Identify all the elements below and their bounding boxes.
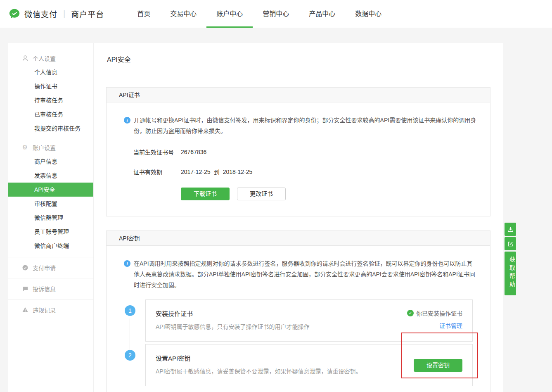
download-icon — [507, 226, 514, 233]
step1-card: 安装操作证书 API密钥属于敏感信息，只有安装了操作证书的用户才能操作 ✓ 你已… — [145, 299, 473, 342]
content-panel: API安全 API证书 i 开通帐号和更换API证书时，由微信支付签发，用来标识… — [94, 43, 503, 392]
sidebar-item-operation-cert[interactable]: 操作证书 — [8, 79, 93, 93]
sidebar-group-label: 个人设置 — [33, 54, 56, 62]
sidebar-group-complaint[interactable]: 投诉信息 — [8, 278, 93, 299]
step-set-api-key: 2 设置API密钥 API密钥属于敏感信息，请妥善保管不要泄露，如果怀疑信息泄露… — [119, 344, 478, 386]
top-nav: 首页 交易中心 账户中心 营销中心 产品中心 数据中心 — [127, 0, 391, 28]
sidebar-group-account: ⚙ 账户设置 商户信息 发票信息 API安全 审核配置 微信群管理 员工账号管理… — [8, 140, 93, 253]
brand-separator: | — [63, 9, 65, 19]
info-icon: i — [124, 117, 130, 124]
sidebar-group-label: 账户设置 — [33, 143, 56, 152]
cert-validity-end: 2018-12-25 — [223, 169, 253, 175]
cert-validity-label: 证书有效期 — [133, 168, 181, 176]
sidebar-group-label: 支付申请 — [33, 264, 56, 272]
step2-action-area: 设置密钥 — [414, 354, 462, 377]
cert-validity-start: 2017-12-25 — [181, 169, 211, 175]
nav-account-center[interactable]: 账户中心 — [206, 0, 253, 28]
check-icon: ✓ — [407, 310, 414, 316]
sidebar-group-payment-title[interactable]: 支付申请 — [8, 261, 93, 275]
step2-card: 设置API密钥 API密钥属于敏感信息，请妥善保管不要泄露，如果怀疑信息泄露，请… — [145, 344, 473, 386]
nav-home[interactable]: 首页 — [127, 0, 160, 28]
sidebar-group-violation-title[interactable]: 违规记录 — [8, 303, 93, 317]
brand[interactable]: 微信支付 | 商户平台 — [8, 0, 104, 28]
sidebar-item-invoice-info[interactable]: 发票信息 — [8, 169, 93, 183]
brand-name: 微信支付 — [24, 8, 57, 19]
step1-number-badge: 1 — [125, 305, 135, 316]
sidebar-group-personal: 个人设置 个人信息 操作证书 待审核任务 已审核任务 我提交的审核任务 — [8, 51, 93, 135]
feedback-float-button[interactable] — [505, 237, 516, 250]
sidebar: 个人设置 个人信息 操作证书 待审核任务 已审核任务 我提交的审核任务 ⚙ 账户… — [8, 43, 94, 392]
sidebar-item-wechat-group-mgmt[interactable]: 微信群管理 — [8, 211, 93, 225]
edit-icon — [507, 241, 514, 247]
main-layout: 个人设置 个人信息 操作证书 待审核任务 已审核任务 我提交的审核任务 ⚙ 账户… — [0, 28, 552, 392]
step1-marker-col: 1 — [125, 299, 135, 342]
sidebar-item-review-config[interactable]: 审核配置 — [8, 197, 93, 211]
get-help-button[interactable]: 获取帮助 — [505, 252, 516, 295]
step1-main: 安装操作证书 API密钥属于敏感信息，只有安装了操作证书的用户才能操作 — [156, 309, 310, 332]
step2-number-badge: 2 — [125, 350, 135, 361]
gear-icon: ⚙ — [21, 144, 28, 151]
step1-title: 安装操作证书 — [156, 309, 310, 318]
sidebar-item-my-submitted-tasks[interactable]: 我提交的审核任务 — [8, 121, 93, 135]
cert-buttons-row: 下载证书 更改证书 — [119, 188, 478, 200]
sidebar-group-violation[interactable]: 违规记录 — [8, 299, 93, 320]
sidebar-item-reviewed-tasks[interactable]: 已审核任务 — [8, 107, 93, 121]
sidebar-item-wechat-merchant-terminal[interactable]: 微信商户终端 — [8, 239, 93, 253]
cert-info-row: i 开通帐号和更换API证书时，由微信支付签发，用来标识和界定你的身份；部分安全… — [119, 115, 478, 136]
set-api-key-button[interactable]: 设置密钥 — [414, 359, 462, 372]
nav-transaction-center[interactable]: 交易中心 — [160, 0, 206, 28]
api-key-section: API密钥 i 在API调用时用来按照指定规则对你的请求参数进行签名，服务器收到… — [106, 230, 490, 392]
sidebar-group-personal-title: 个人设置 — [8, 51, 93, 65]
speech-bubble-icon — [21, 285, 28, 292]
cert-validity-row: 证书有效期 2017-12-25 到 2018-12-25 — [119, 168, 478, 176]
sidebar-item-merchant-info[interactable]: 商户信息 — [8, 154, 93, 169]
floating-helper-bar: 获取帮助 — [505, 223, 516, 295]
nav-product-center[interactable]: 产品中心 — [299, 0, 345, 28]
sidebar-group-label: 违规记录 — [33, 306, 56, 314]
sidebar-group-complaint-title[interactable]: 投诉信息 — [8, 282, 93, 296]
apikey-steps: 1 安装操作证书 API密钥属于敏感信息，只有安装了操作证书的用户才能操作 ✓ — [119, 299, 478, 386]
api-key-section-header: API密钥 — [107, 231, 490, 246]
api-key-section-body: i 在API调用时用来按照指定规则对你的请求参数进行签名，服务器收到你的请求时会… — [107, 246, 490, 392]
step-install-cert: 1 安装操作证书 API密钥属于敏感信息，只有安装了操作证书的用户才能操作 ✓ — [119, 299, 478, 342]
cert-info-text: 开通帐号和更换API证书时，由微信支付签发，用来标识和界定你的身份；部分安全性要… — [134, 115, 478, 136]
apikey-info-row: i 在API调用时用来按照指定规则对你的请求参数进行签名，服务器收到你的请求时会… — [119, 258, 478, 290]
cert-number-row: 当前生效证书号 26767836 — [119, 148, 478, 156]
step2-desc: API密钥属于敏感信息，请妥善保管不要泄露，如果怀疑信息泄露，请重设密钥。 — [156, 367, 362, 375]
payment-icon — [21, 264, 28, 271]
step1-desc: API密钥属于敏感信息，只有安装了操作证书的用户才能操作 — [156, 322, 310, 330]
change-cert-button[interactable]: 更改证书 — [237, 188, 286, 200]
sidebar-item-api-security[interactable]: API安全 — [8, 183, 93, 197]
sidebar-item-staff-account-mgmt[interactable]: 员工账号管理 — [8, 225, 93, 239]
page-title-bar: API安全 — [94, 43, 503, 72]
top-header: 微信支付 | 商户平台 首页 交易中心 账户中心 营销中心 产品中心 数据中心 — [0, 0, 552, 28]
sidebar-item-pending-tasks[interactable]: 待审核任务 — [8, 93, 93, 107]
cert-number-label: 当前生效证书号 — [133, 148, 181, 156]
page-title: API安全 — [107, 54, 490, 64]
cert-validity-joiner: 到 — [214, 168, 220, 176]
api-cert-section-body: i 开通帐号和更换API证书时，由微信支付签发，用来标识和界定你的身份；部分安全… — [107, 102, 490, 216]
step1-status-text: 你已安装操作证书 — [416, 309, 462, 317]
info-icon: i — [124, 260, 130, 267]
step2-title: 设置API密钥 — [156, 354, 362, 362]
download-float-button[interactable] — [505, 223, 516, 236]
download-cert-button[interactable]: 下载证书 — [181, 188, 230, 200]
sidebar-item-personal-info[interactable]: 个人信息 — [8, 65, 93, 79]
step1-status-line: ✓ 你已安装操作证书 — [407, 309, 462, 317]
step2-main: 设置API密钥 API密钥属于敏感信息，请妥善保管不要泄露，如果怀疑信息泄露，请… — [156, 354, 362, 377]
cert-number-value: 26767836 — [181, 149, 206, 155]
user-icon — [21, 55, 28, 62]
sidebar-group-label: 投诉信息 — [33, 285, 56, 293]
apikey-info-text: 在API调用时用来按照指定规则对你的请求参数进行签名，服务器收到你的请求时会进行… — [134, 258, 478, 290]
brand-subtitle: 商户平台 — [71, 8, 104, 19]
step2-marker-col: 2 — [125, 344, 135, 386]
sidebar-group-payment[interactable]: 支付申请 — [8, 257, 93, 278]
api-cert-section-header: API证书 — [107, 88, 490, 102]
nav-marketing-center[interactable]: 营销中心 — [253, 0, 299, 28]
cert-management-link[interactable]: 证书管理 — [439, 321, 462, 330]
nav-data-center[interactable]: 数据中心 — [345, 0, 391, 28]
warning-icon — [21, 306, 28, 314]
wechat-pay-logo-icon — [8, 8, 21, 20]
step1-status-area: ✓ 你已安装操作证书 证书管理 — [407, 309, 462, 332]
page: 微信支付 | 商户平台 首页 交易中心 账户中心 营销中心 产品中心 数据中心 … — [0, 0, 552, 392]
